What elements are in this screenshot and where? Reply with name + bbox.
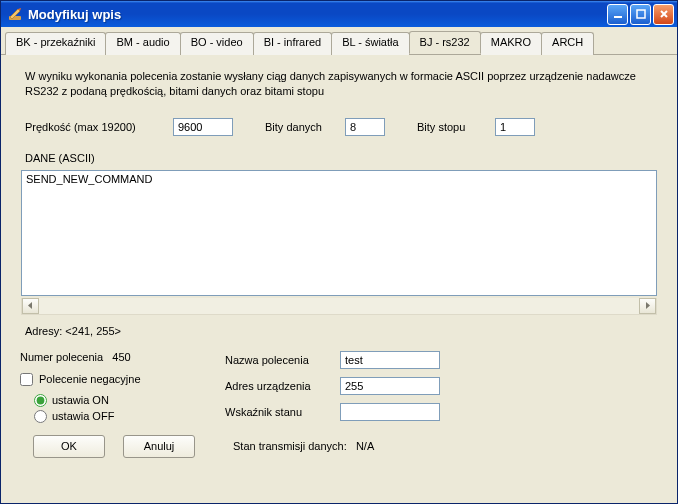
tx-status-label: Stan transmisji danych: bbox=[233, 440, 347, 452]
stopbits-input[interactable] bbox=[495, 118, 535, 136]
lower-right: Nazwa polecenia Adres urządzenia Wskaźni… bbox=[225, 351, 663, 429]
speed-label: Prędkość (max 19200) bbox=[25, 121, 165, 133]
tab-makro[interactable]: MAKRO bbox=[480, 32, 542, 55]
data-area-wrap bbox=[21, 170, 657, 315]
tab-bk[interactable]: BK - przekaźniki bbox=[5, 32, 106, 55]
minimize-button[interactable] bbox=[607, 4, 628, 25]
negation-row: Polecenie negacyjne bbox=[20, 373, 205, 386]
data-textarea[interactable] bbox=[21, 170, 657, 296]
maximize-button[interactable] bbox=[630, 4, 651, 25]
set-radio-group: ustawia ON ustawia OFF bbox=[20, 394, 205, 423]
cmd-number-value: 450 bbox=[112, 351, 130, 363]
status-indicator-input[interactable] bbox=[340, 403, 440, 421]
window-title: Modyfikuj wpis bbox=[28, 7, 607, 22]
cmd-number-row: Numer polecenia 450 bbox=[20, 351, 205, 363]
tab-bm[interactable]: BM - audio bbox=[105, 32, 180, 55]
dev-addr-label: Adres urządzenia bbox=[225, 380, 340, 392]
app-icon bbox=[7, 6, 23, 22]
set-on-radio[interactable] bbox=[34, 394, 47, 407]
tab-bi[interactable]: BI - infrared bbox=[253, 32, 332, 55]
ok-button[interactable]: OK bbox=[33, 435, 105, 458]
status-indicator-label: Wskaźnik stanu bbox=[225, 406, 340, 418]
tab-bar: BK - przekaźniki BM - audio BO - video B… bbox=[1, 27, 677, 55]
dev-addr-input[interactable] bbox=[340, 377, 440, 395]
window: Modyfikuj wpis BK - przekaźniki BM - aud… bbox=[0, 0, 678, 504]
tab-bj[interactable]: BJ - rs232 bbox=[409, 31, 481, 54]
tab-panel: W wyniku wykonania polecenia zostanie wy… bbox=[1, 55, 677, 468]
set-off-radio[interactable] bbox=[34, 410, 47, 423]
tab-bl[interactable]: BL - światła bbox=[331, 32, 409, 55]
params-row: Prędkość (max 19200) Bity danych Bity st… bbox=[15, 118, 663, 136]
svg-rect-2 bbox=[637, 10, 645, 18]
databits-input[interactable] bbox=[345, 118, 385, 136]
scroll-right-icon[interactable] bbox=[639, 298, 656, 314]
set-off-label: ustawia OFF bbox=[52, 410, 114, 422]
lower-left: Numer polecenia 450 Polecenie negacyjne … bbox=[20, 351, 205, 429]
svg-rect-1 bbox=[614, 16, 622, 18]
stopbits-label: Bity stopu bbox=[417, 121, 487, 133]
cmd-number-label: Numer polecenia bbox=[20, 351, 103, 363]
tx-status: Stan transmisji danych: N/A bbox=[233, 440, 374, 452]
lower-form: Numer polecenia 450 Polecenie negacyjne … bbox=[15, 351, 663, 429]
data-label: DANE (ASCII) bbox=[15, 152, 663, 164]
cancel-button[interactable]: Anuluj bbox=[123, 435, 195, 458]
horizontal-scrollbar[interactable] bbox=[21, 298, 657, 315]
set-on-label: ustawia ON bbox=[52, 394, 109, 406]
client-area: BK - przekaźniki BM - audio BO - video B… bbox=[1, 27, 677, 503]
tx-status-value: N/A bbox=[356, 440, 374, 452]
speed-input[interactable] bbox=[173, 118, 233, 136]
cmd-name-label: Nazwa polecenia bbox=[225, 354, 340, 366]
tab-arch[interactable]: ARCH bbox=[541, 32, 594, 55]
negation-checkbox[interactable] bbox=[20, 373, 33, 386]
titlebar: Modyfikuj wpis bbox=[1, 1, 677, 27]
close-button[interactable] bbox=[653, 4, 674, 25]
description-text: W wyniku wykonania polecenia zostanie wy… bbox=[15, 69, 663, 100]
databits-label: Bity danych bbox=[265, 121, 337, 133]
cmd-name-input[interactable] bbox=[340, 351, 440, 369]
tab-bo[interactable]: BO - video bbox=[180, 32, 254, 55]
scroll-left-icon[interactable] bbox=[22, 298, 39, 314]
addresses-text: Adresy: <241, 255> bbox=[15, 315, 663, 337]
window-controls bbox=[607, 4, 674, 25]
negation-label: Polecenie negacyjne bbox=[39, 373, 141, 385]
button-row: OK Anuluj Stan transmisji danych: N/A bbox=[15, 429, 663, 458]
